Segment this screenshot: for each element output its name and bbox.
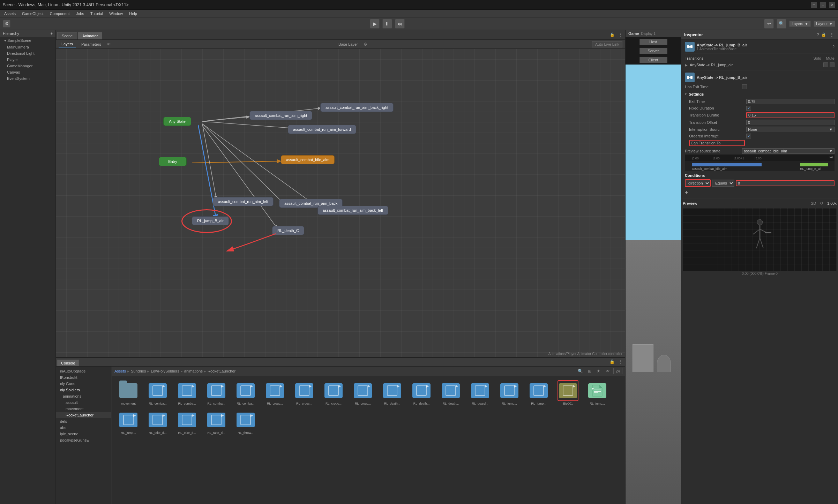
interruption-source-dropdown[interactable]: None ▼ — [746, 127, 835, 132]
asset-row2-4[interactable]: RL_take_d... — [202, 408, 230, 436]
inspector-more-icon[interactable]: ⋮ — [828, 31, 835, 38]
bottom-lock-icon[interactable]: 🔒 — [608, 358, 615, 365]
minimize-button[interactable]: ─ — [811, 2, 817, 8]
asset-rl-crouc-2[interactable]: RL_crouc... — [290, 379, 318, 407]
state-assault-combat-idle-aim[interactable]: assault_combat_idle_aim — [281, 155, 335, 164]
hierarchy-item-2[interactable]: Directional Light — [0, 50, 55, 57]
base-layer-settings-icon[interactable]: ⚙ — [364, 42, 367, 47]
bottom-search-icon[interactable]: 🔍 — [577, 368, 584, 375]
tree-item-apocalypse[interactable]: pocalypseGunsE — [56, 437, 111, 443]
hierarchy-item-3[interactable]: Player — [0, 57, 55, 63]
animator-tab[interactable]: Animator — [78, 32, 102, 39]
inspector-question-icon[interactable]: ? — [817, 32, 819, 37]
hierarchy-item-5[interactable]: Canvas — [0, 69, 55, 75]
asset-rl-jump-1[interactable]: RL_jump... — [495, 379, 523, 407]
mute-toggle[interactable] — [830, 62, 835, 67]
menu-window[interactable]: Window — [106, 11, 126, 16]
parameters-tab[interactable]: Parameters — [78, 42, 104, 47]
fixed-duration-checkbox[interactable]: ✓ — [746, 106, 751, 111]
server-button[interactable]: Server — [639, 48, 667, 54]
tree-item-soldiers[interactable]: oly Soldiers — [56, 387, 111, 393]
transition-expand-arrow[interactable]: ▶ — [685, 63, 688, 67]
exit-time-input[interactable] — [746, 99, 835, 104]
hierarchy-item-4[interactable]: GameManager — [0, 63, 55, 69]
console-tab[interactable]: Console — [57, 360, 79, 366]
asset-row2-3[interactable]: RL_take_d... — [173, 408, 201, 436]
tree-item-ik[interactable]: IKonstrukt — [56, 374, 111, 381]
layers-dropdown[interactable]: Layers ▼ — [789, 21, 811, 27]
tree-item-models[interactable]: dels — [56, 418, 111, 424]
undo-button[interactable]: ↩ — [764, 19, 774, 29]
add-condition-button[interactable]: + — [685, 189, 835, 196]
bottom-eye2-icon[interactable]: 👁 — [604, 368, 611, 375]
animator-canvas[interactable]: Any State Entry assault_combat_idle_aim … — [56, 49, 625, 357]
step-button[interactable]: ⏭ — [395, 19, 405, 29]
settings-button[interactable]: ⚙ — [3, 20, 10, 28]
close-button[interactable]: ✕ — [829, 2, 835, 8]
breadcrumb-lowpoly[interactable]: LowPolySoldiers — [151, 369, 179, 373]
breadcrumb-root[interactable]: Assets — [114, 369, 126, 373]
tree-item-abs[interactable]: abs — [56, 424, 111, 431]
state-run-aim-back-right[interactable]: assault_combat_run_aim_back_right — [320, 103, 394, 112]
asset-rl-guard[interactable]: RL_guard... — [466, 379, 494, 407]
asset-row2-5[interactable]: RL_throw... — [232, 408, 260, 436]
client-button[interactable]: Client — [639, 57, 667, 63]
asset-rl-comba-4[interactable]: RL_comba... — [232, 379, 260, 407]
menu-tutorial[interactable]: Tutorial — [88, 11, 106, 16]
tree-item-scene[interactable]: iple_scene — [56, 431, 111, 437]
tree-item-movement[interactable]: movement — [56, 406, 111, 412]
host-button[interactable]: Host — [639, 39, 667, 45]
settings-expand[interactable]: ▾ — [685, 92, 687, 96]
layers-tab[interactable]: Layers — [59, 41, 76, 47]
asset-rl-comba-3[interactable]: RL_comba... — [202, 379, 230, 407]
tree-item-rocket[interactable]: RocketLauncher — [56, 412, 111, 418]
tree-item-animations[interactable]: animations — [56, 393, 111, 399]
condition-op-select[interactable]: Equals — [712, 180, 734, 187]
preview-reset-icon[interactable]: ↺ — [818, 200, 825, 207]
asset-movement[interactable]: movement — [114, 379, 142, 407]
transition-question-icon[interactable]: ? — [832, 45, 835, 49]
state-any-state[interactable]: Any State — [163, 117, 191, 126]
bottom-more-icon[interactable]: ⋮ — [617, 358, 624, 365]
asset-rl-jump-script[interactable]: ▶ RL_jump... — [583, 379, 611, 407]
asset-rl-comba-1[interactable]: RL_comba... — [144, 379, 172, 407]
preview-source-dropdown[interactable]: assault_combat_idle_aim ▼ — [742, 148, 835, 154]
menu-assets[interactable]: Assets — [1, 11, 18, 16]
pause-button[interactable]: ⏸ — [382, 19, 392, 29]
auto-live-link-button[interactable]: Auto Live Link — [592, 41, 622, 47]
asset-rl-jump-2[interactable]: RL_jump... — [525, 379, 553, 407]
bottom-star-icon[interactable]: ★ — [595, 368, 602, 375]
breadcrumb-rocketlauncher[interactable]: RocketLauncher — [208, 369, 235, 373]
asset-bip001[interactable]: Bip001 — [554, 379, 582, 407]
asset-rl-crouc-1[interactable]: RL_crouc... — [261, 379, 289, 407]
ordered-interrupts-checkbox[interactable]: ✓ — [746, 134, 751, 138]
breadcrumb-animations[interactable]: animations — [184, 369, 203, 373]
hierarchy-add-button[interactable]: + — [51, 31, 53, 36]
play-button[interactable]: ▶ — [370, 19, 380, 29]
bottom-grid-icon[interactable]: ⊞ — [586, 368, 593, 375]
tree-item-auto[interactable]: inAutoUpgrade — [56, 368, 111, 374]
panel-lock-icon[interactable]: 🔒 — [610, 32, 615, 37]
search-button[interactable]: 🔍 — [777, 19, 786, 29]
state-entry[interactable]: Entry — [159, 157, 187, 166]
state-run-aim-back-left[interactable]: assault_combat_run_aim_back_left — [317, 206, 388, 215]
asset-rl-death-2[interactable]: RL_death... — [407, 379, 435, 407]
menu-gameobject[interactable]: GameObject — [19, 11, 46, 16]
menu-help[interactable]: Help — [126, 11, 140, 16]
menu-component[interactable]: Component — [47, 11, 73, 16]
hierarchy-item-6[interactable]: EventSystem — [0, 75, 55, 82]
asset-rl-comba-2[interactable]: RL_comba... — [173, 379, 201, 407]
scene-tab[interactable]: Scene — [57, 32, 77, 39]
state-run-aim-forward[interactable]: assault_combat_run_aim_forward — [288, 125, 356, 134]
transition-offset-input[interactable] — [746, 120, 835, 125]
asset-row2-1[interactable]: RL_jump... — [114, 408, 142, 436]
tree-item-guns[interactable]: oly Guns — [56, 381, 111, 387]
state-run-aim-right[interactable]: assault_combat_run_aim_right — [249, 111, 312, 120]
asset-rl-death-1[interactable]: RL_death... — [378, 379, 406, 407]
solo-toggle[interactable] — [823, 62, 828, 67]
eye-icon[interactable]: 👁 — [107, 42, 111, 47]
timeline-seek-icon[interactable]: ⏭ — [830, 155, 833, 159]
hierarchy-scene-item[interactable]: ▾ SampleScene — [0, 37, 55, 44]
state-rl-jump-b-air[interactable]: RL_jump_B_air — [192, 216, 229, 225]
condition-value-input[interactable] — [736, 180, 835, 186]
